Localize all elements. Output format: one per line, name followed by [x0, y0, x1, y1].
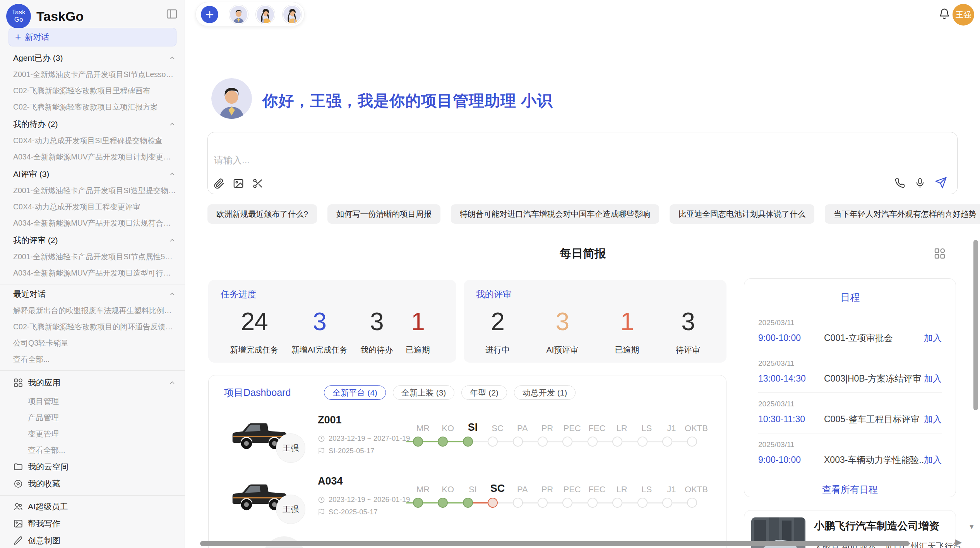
sidebar-item-ai-review[interactable]: A034-全新新能源MUV产品开发项目法规符合性评审	[13, 215, 176, 231]
pen-icon	[13, 536, 23, 546]
section-header-my-review[interactable]: 我的评审 (2)	[13, 232, 176, 248]
section-header-agent-done[interactable]: Agent已办 (3)	[13, 50, 176, 66]
man-avatar-illustration	[230, 6, 247, 23]
app-title: TaskGo	[36, 9, 84, 24]
sidebar-item-recent-chat[interactable]: C02-飞腾新能源轻客改款项目的闭环通告反馈情况	[13, 319, 176, 335]
sidebar-item-my-review[interactable]: A034-全新新能源MUV产品开发项目造型可行性评审	[13, 265, 176, 281]
sidebar-item-agent-task[interactable]: C02-飞腾新能源轻客改款项目立项汇报方案	[13, 99, 176, 115]
milestone-node	[438, 437, 448, 447]
sidebar-item-favorites[interactable]: 我的收藏	[13, 475, 176, 492]
section-header-my-todo[interactable]: 我的待办 (2)	[13, 116, 176, 132]
vertical-scrollbar[interactable]	[973, 240, 978, 410]
stat-value: 3	[676, 307, 700, 336]
schedule-card: 日程 2025/03/11 9:00-10:00 C001-立项审批会 加入 2…	[744, 278, 956, 497]
apps-grid-icon	[13, 378, 23, 388]
sidebar-item-help-write[interactable]: 帮我写作	[13, 515, 176, 532]
sidebar-item-todo[interactable]: C0X4-动力总成开发项目SI里程碑提交物检查	[13, 132, 176, 149]
schedule-title: 日程	[758, 291, 942, 304]
stat-label: 已逾期	[406, 344, 430, 355]
send-icon[interactable]	[934, 176, 947, 189]
avatar-contact-3[interactable]	[283, 6, 301, 23]
plus-icon: +	[15, 32, 21, 42]
project-row[interactable]: 王强 Z001 2023-12-19 ~ 2027-01-19 SI-2025-…	[209, 414, 726, 475]
milestone-label: MR	[411, 424, 435, 433]
layout-grid-icon[interactable]	[934, 247, 946, 260]
image-upload-icon[interactable]	[233, 178, 244, 189]
sidebar-item-ai-review[interactable]: Z001-全新燃油轻卡产品开发项目SI造型提交物评审	[13, 182, 176, 199]
assistant-avatar	[211, 78, 252, 119]
add-contact-button[interactable]	[201, 6, 218, 23]
attachment-icon[interactable]	[213, 178, 225, 189]
phone-call-icon[interactable]	[894, 177, 906, 189]
milestone-label: KO	[435, 485, 460, 494]
sidebar-item-app[interactable]: 查看全部...	[13, 442, 176, 458]
project-dates: 2023-12-19 ~ 2027-01-19	[318, 434, 410, 443]
news-title: 小鹏飞行汽车制造公司增资	[814, 519, 961, 533]
dashboard-filter-chip[interactable]: 动总开发 (1)	[514, 385, 576, 400]
scroll-down-arrow-icon[interactable]: ▼	[968, 523, 975, 531]
sidebar-item-cloud-space[interactable]: 我的云空间	[13, 458, 176, 475]
sidebar-item-recent-chat[interactable]: 解释最新出台的欧盟报废车法规再生塑料比例被调至15%...	[13, 302, 176, 319]
project-dates: 2023-12-19 ~ 2026-01-19	[318, 495, 410, 504]
sidebar-item-app[interactable]: 产品管理	[13, 409, 176, 426]
milestone-node	[562, 498, 572, 508]
suggestion-chip[interactable]: 当下年轻人对汽车外观有怎样的喜好趋势	[825, 204, 980, 224]
milestone-node	[463, 498, 473, 508]
microphone-icon[interactable]	[914, 177, 926, 189]
sidebar-item-creative-draw[interactable]: 创意制图	[13, 532, 176, 548]
chevron-up-icon	[168, 120, 176, 128]
sidebar-item-recent-chat[interactable]: 公司Q3轻卡销量	[13, 335, 176, 351]
new-chat-label: 新对话	[25, 32, 49, 43]
stat-item: 1 已逾期	[615, 307, 639, 355]
horizontal-scrollbar[interactable]	[200, 541, 910, 546]
avatar-contact-2[interactable]	[257, 6, 274, 23]
section-label: 我的待办 (2)	[13, 119, 58, 130]
sidebar-item-agent-task[interactable]: Z001-全新燃油皮卡产品开发项目SI节点Lesson Learn报告	[13, 66, 176, 82]
schedule-item: 2025/03/11 9:00-10:00 X003-车辆动力学性能验... 加…	[758, 433, 942, 474]
suggestion-chip[interactable]: 欧洲新规最近颁布了什么?	[207, 204, 317, 224]
milestone-node	[588, 437, 598, 447]
sidebar-item-ai-review[interactable]: C0X4-动力总成开发项目工程变更评审	[13, 199, 176, 215]
sidebar-item-recent-chat[interactable]: 查看全部...	[13, 351, 176, 367]
notification-bell-icon[interactable]	[938, 8, 951, 21]
new-chat-button[interactable]: + 新对话	[9, 28, 176, 46]
section-header-recent-chats[interactable]: 最近对话	[13, 286, 176, 302]
milestone-label: FEC	[584, 424, 609, 433]
view-all-schedule-link[interactable]: 查看所有日程	[758, 483, 942, 496]
sidebar-item-ai-staff[interactable]: AI超级员工	[13, 498, 176, 515]
suggestion-chip[interactable]: 如何写一份清晰的项目周报	[327, 204, 440, 224]
sidebar-collapse-icon[interactable]	[166, 8, 178, 20]
project-row[interactable]: 王强 A034 2023-12-19 ~ 2026-01-19 SC-2025-…	[209, 475, 726, 536]
project-code: A034	[318, 475, 343, 487]
sidebar-item-app[interactable]: 项目管理	[13, 393, 176, 409]
join-meeting-link[interactable]: 加入	[924, 373, 942, 385]
dashboard-filter-chip[interactable]: 全新上装 (3)	[393, 385, 455, 400]
sidebar-scroll-area: Agent已办 (3) Z001-全新燃油皮卡产品开发项目SI节点Lesson …	[0, 49, 185, 548]
user-avatar[interactable]: 王强	[953, 4, 974, 26]
sidebar-item-my-review[interactable]: Z001-全新燃油轻卡产品开发项目SI节点属性5D文件评审	[13, 248, 176, 265]
flag-icon	[318, 509, 325, 516]
sidebar-item-todo[interactable]: A034-全新新能源MUV产品开发项目计划变更表编写	[13, 149, 176, 165]
join-meeting-link[interactable]: 加入	[924, 413, 942, 425]
chat-input[interactable]	[214, 155, 872, 166]
milestone-label: SC	[485, 424, 510, 433]
dashboard-filter-chip[interactable]: 全新平台 (4)	[324, 385, 386, 400]
sidebar-item-app[interactable]: 变更管理	[13, 426, 176, 442]
section-header-ai-review[interactable]: AI评审 (3)	[13, 166, 176, 182]
section-header-my-apps[interactable]: 我的应用	[13, 375, 176, 391]
join-meeting-link[interactable]: 加入	[924, 454, 942, 466]
section-label: Agent已办 (3)	[13, 53, 63, 63]
milestone-node	[662, 498, 672, 508]
milestone-node	[637, 498, 648, 508]
avatar-contact-1[interactable]	[230, 6, 247, 23]
suggestion-chip[interactable]: 比亚迪全固态电池计划具体说了什么	[670, 204, 814, 224]
sidebar-item-agent-task[interactable]: C02-飞腾新能源轻客改款项目里程碑画布	[13, 82, 176, 99]
join-meeting-link[interactable]: 加入	[924, 332, 942, 344]
milestone-label: PEC	[560, 424, 584, 433]
dashboard-filter-chip[interactable]: 年型 (2)	[461, 385, 507, 400]
scissors-icon[interactable]	[252, 178, 264, 189]
suggestion-chip[interactable]: 特朗普可能对进口汽车增税会对中国车企造成哪些影响	[451, 204, 659, 224]
scroll-right-arrow-icon[interactable]: ▶	[955, 537, 962, 547]
stat-label: 已逾期	[615, 344, 639, 355]
chevron-up-icon	[168, 379, 176, 387]
